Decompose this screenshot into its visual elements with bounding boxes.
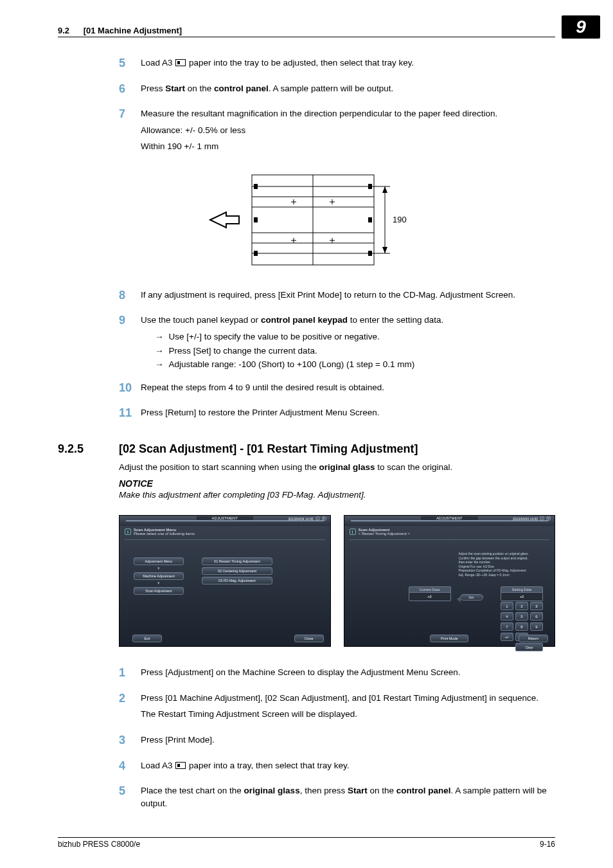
keypad-key[interactable]: 7 [501, 622, 513, 631]
set-button[interactable]: Set [460, 594, 483, 601]
keypad-key[interactable]: 8 [515, 622, 528, 631]
svg-marker-25 [382, 186, 387, 193]
step-10: 10Repeat the steps from 4 to 9 until the… [119, 381, 555, 398]
step-bullet: Use [+/-] to specify the value to be pos… [155, 330, 555, 343]
header-section-number: 9.2 [58, 26, 69, 35]
keypad-key[interactable]: 1 [501, 602, 513, 610]
page-footer: bizhub PRESS C8000/e 9-16 [58, 837, 555, 849]
step-5: 5Load A3 paper into the tray to be adjus… [119, 57, 555, 73]
step-text: Within 190 +/- 1 mm [141, 140, 555, 153]
step-number: 10 [119, 381, 141, 398]
step-text: The Restart Timing Adjustment Screen wil… [141, 708, 555, 721]
step-body: Press [01 Machine Adjustment], [02 Scan … [141, 692, 555, 725]
menu-item[interactable]: Scan Adjustment [134, 587, 184, 595]
step-8: 8If any adjustment is required, press [E… [119, 289, 555, 305]
keypad-key[interactable]: 2 [515, 602, 528, 610]
current-data-box: Current Data +0 [409, 586, 451, 601]
step-body: Place the test chart on the original gla… [141, 784, 555, 813]
svg-rect-13 [368, 251, 372, 256]
diagram-dimension-label: 190 [393, 215, 407, 224]
step-1: 1Press [Adjustment] on the Machine Scree… [119, 666, 555, 683]
step-4: 4Load A3 paper into a tray, then select … [119, 759, 555, 776]
header-section-title: [01 Machine Adjustment] [84, 26, 182, 35]
keypad-key[interactable]: +/- [501, 633, 513, 641]
step-text: Load A3 paper into a tray, then select t… [141, 759, 555, 772]
option-item[interactable]: 02 Centering Adjustment [202, 567, 272, 575]
screenshot-adjust: ADJUSTMENT 2010/04/04 14:00 i? i Scan Ad… [344, 515, 556, 647]
step-text: Place the test chart on the original gla… [141, 784, 555, 809]
screen-subbar: i Scan Adjustment < Restart Timing Adjus… [344, 526, 555, 539]
exit-button[interactable]: Exit [132, 635, 162, 642]
screen-top-title: ADJUSTMENT [197, 516, 253, 520]
step-body: Measure the resultant magnification in t… [141, 107, 555, 157]
step-number: 4 [119, 759, 141, 776]
step-number: 2 [119, 692, 141, 725]
step-body: Repeat the steps from 4 to 9 until the d… [141, 381, 555, 398]
keypad-key[interactable]: Clear [515, 643, 543, 651]
keypad-key[interactable]: 6 [530, 612, 543, 620]
step-number: 11 [119, 406, 141, 423]
step-text: Press [01 Machine Adjustment], [02 Scan … [141, 692, 555, 705]
menu-item[interactable]: Machine Adjustment [134, 572, 184, 580]
section-number: 9.2.5 [58, 442, 119, 456]
step-body: Load A3 paper into a tray, then select t… [141, 759, 555, 776]
info-icon: i [350, 529, 356, 535]
step-number: 1 [119, 666, 141, 683]
step-text: Load A3 paper into the tray to be adjust… [141, 57, 555, 69]
step-text: Repeat the steps from 4 to 9 until the d… [141, 381, 555, 394]
section-intro: Adjust the position to start scanning wh… [119, 461, 555, 474]
option-item[interactable]: 01 Restart Timing Adjustment [202, 557, 272, 565]
help-text: Adjust the scan starting position on ori… [459, 552, 546, 577]
steps-group-a: 5Load A3 paper into the tray to be adjus… [119, 57, 555, 157]
svg-rect-8 [254, 184, 258, 189]
step-body: If any adjustment is required, press [Ex… [141, 289, 555, 305]
close-button[interactable]: Close [294, 635, 324, 642]
step-text: Press Start on the control panel. A samp… [141, 82, 555, 95]
screen-top-title: ADJUSTMENT [421, 516, 477, 520]
step-number: 9 [119, 314, 141, 372]
screen-sub2: < Restart Timing Adjustment > [359, 532, 410, 536]
step-2: 2Press [01 Machine Adjustment], [02 Scan… [119, 692, 555, 725]
keypad-key[interactable]: 5 [515, 612, 528, 620]
step-bullet: Adjustable range: -100 (Short) to +100 (… [155, 358, 555, 371]
step-11: 11Press [Return] to restore the Printer … [119, 406, 555, 423]
section-heading-9-2-5: 9.2.5 [02 Scan Adjustment] - [01 Restart… [58, 442, 555, 456]
step-bullet: Press [Set] to change the current data. [155, 345, 555, 357]
step-text: Measure the resultant magnification in t… [141, 107, 555, 120]
step-9: 9Use the touch panel keypad or control p… [119, 314, 555, 372]
step-body: Load A3 paper into the tray to be adjust… [141, 57, 555, 73]
step-body: Press Start on the control panel. A samp… [141, 82, 555, 99]
step-body: Use the touch panel keypad or control pa… [141, 314, 555, 372]
step-number: 8 [119, 289, 141, 305]
step-text: Allowance: +/- 0.5% or less [141, 124, 555, 137]
chevron-down-icon: ▾ [134, 581, 184, 585]
setting-data-box: Setting Data +0 [501, 586, 543, 601]
keypad-key[interactable]: 3 [530, 602, 543, 610]
step-text: If any adjustment is required, press [Ex… [141, 289, 555, 302]
option-item[interactable]: 03 FD-Mag. Adjustment [202, 577, 272, 584]
svg-marker-26 [382, 247, 387, 253]
print-mode-button[interactable]: Print Mode [430, 635, 468, 642]
screen-sub2: Please select one of following items [134, 532, 195, 536]
screenshot-menu: ADJUSTMENT 2010/04/04 14:00 i? i Scan Ad… [119, 515, 331, 647]
step-body: Press [Adjustment] on the Machine Screen… [141, 666, 555, 683]
chapter-badge: 9 [562, 15, 600, 39]
svg-rect-12 [254, 251, 258, 256]
return-button[interactable]: Return [519, 635, 548, 642]
step-body: Press [Print Mode]. [141, 734, 555, 750]
screen-subbar: i Scan Adjustment Menu Please select one… [120, 526, 330, 539]
step-number: 5 [119, 57, 141, 73]
keypad-key[interactable]: 4 [501, 612, 513, 620]
page-header: 9.2 [01 Machine Adjustment] 9 [58, 26, 555, 37]
chevron-down-icon: ▾ [134, 566, 184, 570]
keypad-key[interactable]: 9 [530, 622, 543, 631]
step-number: 5 [119, 784, 141, 813]
svg-rect-10 [254, 217, 258, 222]
notice-text: Make this adjustment after completing [0… [119, 490, 555, 500]
footer-product: bizhub PRESS C8000/e [58, 840, 140, 849]
svg-rect-9 [368, 184, 372, 189]
menu-item[interactable]: Adjustment Menu [134, 557, 184, 565]
step-body: Press [Return] to restore the Printer Ad… [141, 406, 555, 423]
screen-timestamp: 2010/04/04 14:00 i? [289, 516, 326, 521]
keypad[interactable]: 123456789+/-0Clear [501, 602, 543, 651]
